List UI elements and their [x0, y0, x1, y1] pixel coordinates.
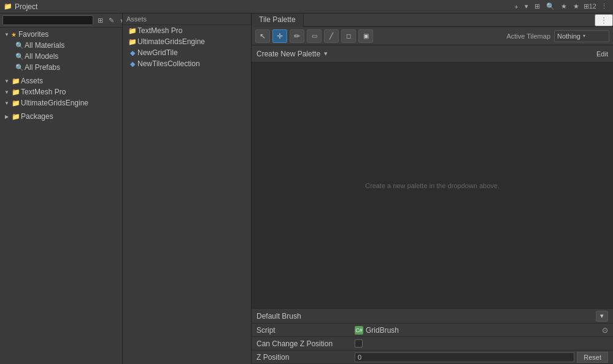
tab-menu-btn[interactable]: ⋮	[595, 14, 613, 26]
reset-btn[interactable]: Reset	[577, 352, 608, 363]
textmesh-arrow: ▼	[2, 89, 11, 95]
paint-tool-btn[interactable]: ✏	[290, 29, 304, 43]
hint-text: Create a new palette in the dropdown abo…	[365, 182, 499, 189]
z-position-input[interactable]	[355, 352, 574, 362]
edit-btn[interactable]: Edit	[596, 50, 608, 58]
all-models-item[interactable]: 🔍 All Models	[0, 51, 122, 62]
active-tilemap-label: Active Tilemap	[506, 32, 550, 40]
folder-icon-packages: 📁	[11, 113, 21, 121]
search-btn[interactable]: 🔍	[544, 2, 557, 11]
brush-dropdown-arrow: ▾	[600, 312, 604, 320]
assets-header[interactable]: ▼ 📁 Assets	[0, 75, 122, 86]
left-panel: ⊞ ✎ ★ ⊞12 ▼ ★ Favorites 🔍 Al	[0, 13, 123, 364]
canvas-area: Create a new palette in the dropdown abo…	[252, 63, 613, 308]
tab-bar: Tile Palette ⋮	[252, 13, 613, 27]
main-layout: ⊞ ✎ ★ ⊞12 ▼ ★ Favorites 🔍 Al	[0, 13, 613, 364]
more-options-btn[interactable]: ⋮	[599, 2, 609, 11]
search-bar: ⊞ ✎ ★ ⊞12	[0, 13, 122, 28]
file-textmesh[interactable]: 📁 TextMesh Pro	[123, 25, 251, 36]
script-cs-icon: C#	[355, 326, 363, 335]
star-btn[interactable]: ★	[559, 2, 569, 11]
picker-icon: ╱	[330, 32, 333, 39]
folder-icon-textmesh: 📁	[11, 88, 21, 96]
can-change-z-row: Can Change Z Position	[252, 337, 613, 351]
top-bar: 📁 Project + ▾ ⊞ 🔍 ★ ★ ⊞12 ⋮	[0, 0, 613, 13]
file-newgridtile[interactable]: ◆ NewGridTile	[123, 47, 251, 58]
rect-icon: ▭	[312, 32, 317, 39]
ultimate-grids-label: UltimateGridsEngine	[21, 99, 88, 107]
move-tool-btn[interactable]: ✛	[272, 29, 287, 43]
can-change-z-checkbox[interactable]	[355, 339, 363, 347]
file-ultimate[interactable]: 📁 UltimateGridsEngine	[123, 36, 251, 47]
tree-area: ▼ ★ Favorites 🔍 All Materials 🔍 All Mode…	[0, 28, 122, 364]
tab-tile-palette-label: Tile Palette	[259, 15, 296, 24]
folder-icon-ultimate: 📁	[11, 99, 21, 107]
script-row: Script C# GridBrush ⊙	[252, 324, 613, 337]
select-icon: ↖	[260, 32, 266, 40]
create-palette-dropdown-btn[interactable]: ▾	[324, 50, 328, 58]
assets-top-label: Assets	[21, 77, 43, 85]
layout-btn[interactable]: ⊞	[533, 2, 542, 11]
rect-tool-btn[interactable]: ▭	[307, 29, 322, 43]
search-input[interactable]	[2, 15, 93, 25]
content-area: Assets 📁 TextMesh Pro 📁 UltimateGridsEng…	[123, 13, 613, 364]
script-link-btn[interactable]: ⊙	[602, 326, 608, 335]
script-value: C# GridBrush ⊙	[355, 326, 608, 335]
move-icon: ✛	[277, 32, 283, 40]
fill-tool-btn[interactable]: ▣	[358, 29, 373, 43]
tile-palette-toolbar: ↖ ✛ ✏ ▭ ╱ ◻	[252, 27, 613, 45]
top-bar-icons: + ▾ ⊞ 🔍 ★ ★ ⊞12 ⋮	[512, 2, 609, 11]
folder-icon: 📁	[4, 2, 12, 10]
all-models-label: All Models	[25, 52, 58, 61]
create-btn[interactable]: +	[512, 2, 520, 11]
filter-toggle-btn[interactable]: ✎	[107, 16, 116, 25]
can-change-z-value	[355, 339, 608, 347]
tile-palette-panel: Tile Palette ⋮ ↖ ✛ ✏	[252, 13, 613, 364]
active-tilemap-dropdown[interactable]: Nothing ▾	[554, 30, 609, 42]
props-table: Script C# GridBrush ⊙ Can Change	[252, 324, 613, 364]
script-name: GridBrush	[366, 326, 399, 335]
file-newtilescollection[interactable]: ◆ NewTilesCollection	[123, 58, 251, 69]
search-icon-materials: 🔍	[15, 42, 25, 50]
brush-row: Default Brush ▾	[252, 309, 613, 324]
erase-tool-btn[interactable]: ◻	[341, 29, 356, 43]
file-list-panel: Assets 📁 TextMesh Pro 📁 UltimateGridsEng…	[123, 13, 252, 364]
asset-icon-tilescollection: ◆	[128, 60, 137, 68]
packages-header[interactable]: ▶ 📁 Packages	[0, 111, 122, 122]
folder-icon-file-textmesh: 📁	[128, 27, 137, 35]
tilemap-dropdown-arrow: ▾	[583, 33, 585, 39]
create-palette-label: Create New Palette	[256, 50, 320, 58]
can-change-z-label: Can Change Z Position	[256, 339, 355, 348]
ultimate-grids-item[interactable]: ▼ 📁 UltimateGridsEngine	[0, 97, 122, 108]
right-side: Assets 📁 TextMesh Pro 📁 UltimateGridsEng…	[123, 13, 613, 364]
all-prefabs-item[interactable]: 🔍 All Prefabs	[0, 62, 122, 73]
favorites-header[interactable]: ▼ ★ Favorites	[0, 29, 122, 40]
all-materials-item[interactable]: 🔍 All Materials	[0, 40, 122, 51]
packages-section: ▶ 📁 Packages	[0, 110, 122, 123]
z-position-label: Z Position	[256, 353, 355, 362]
active-tilemap-value: Nothing	[557, 32, 580, 40]
textmesh-pro-item[interactable]: ▼ 📁 TextMesh Pro	[0, 86, 122, 97]
star-toggle-btn[interactable]: ★	[118, 16, 123, 25]
filter-btn[interactable]: ▾	[523, 2, 530, 11]
tab-tile-palette[interactable]: Tile Palette	[252, 13, 304, 27]
select-tool-btn[interactable]: ↖	[255, 29, 270, 43]
star-count: ⊞12	[584, 2, 596, 10]
asset-icon-gridtile: ◆	[128, 49, 137, 57]
all-prefabs-label: All Prefabs	[25, 63, 60, 72]
search-icon-prefabs: 🔍	[15, 64, 25, 72]
assets-arrow: ▼	[2, 78, 11, 84]
brush-dropdown-btn[interactable]: ▾	[596, 311, 608, 322]
all-materials-label: All Materials	[25, 41, 64, 50]
assets-header-section: ▼ 📁 Assets ▼ 📁 TextMesh Pro ▼ 📁 Ultimate…	[0, 74, 122, 110]
erase-icon: ◻	[346, 32, 351, 39]
tilemap-section: Active Tilemap Nothing ▾	[506, 30, 609, 42]
folder-icon-file-ultimate: 📁	[128, 38, 137, 46]
layout-toggle-btn[interactable]: ⊞	[96, 16, 105, 25]
z-position-row: Z Position Reset	[252, 351, 613, 364]
favorites-label: Favorites	[18, 30, 48, 39]
fill-icon: ▣	[363, 32, 369, 39]
picker-tool-btn[interactable]: ╱	[324, 29, 339, 43]
star-filter-btn[interactable]: ★	[571, 2, 581, 11]
default-brush-label: Default Brush	[256, 312, 593, 320]
